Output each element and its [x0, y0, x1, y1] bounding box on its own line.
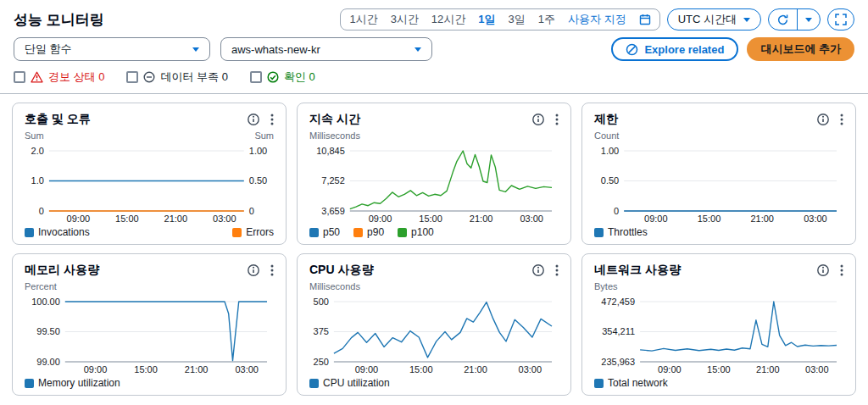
refresh-icon: [776, 14, 789, 26]
svg-text:472,459: 472,459: [601, 297, 635, 307]
insufficient-data-checkbox[interactable]: [126, 71, 138, 83]
legend-swatch: [398, 228, 407, 237]
chart-legend: Memory utilization: [25, 376, 274, 391]
svg-text:7,252: 7,252: [321, 175, 345, 186]
time-range-option[interactable]: 1일: [478, 12, 495, 27]
legend-label: Invocations: [38, 226, 90, 238]
chart-card-cpu: CPU 사용량 Milliseconds25037550009:0015:002…: [297, 253, 571, 396]
page-title: 성능 모니터링: [14, 10, 104, 30]
legend-label: p90: [367, 226, 384, 238]
svg-text:0: 0: [39, 206, 44, 216]
legend-item[interactable]: Invocations: [25, 226, 90, 238]
svg-text:21:00: 21:00: [185, 364, 209, 374]
info-icon[interactable]: [816, 113, 830, 126]
svg-text:Sum: Sum: [25, 130, 44, 141]
svg-text:Bytes: Bytes: [594, 281, 618, 291]
svg-text:100.00: 100.00: [31, 297, 60, 307]
minus-circle-icon: [143, 71, 155, 83]
legend-item[interactable]: Memory utilization: [25, 377, 120, 389]
time-range-option[interactable]: 1주: [538, 12, 555, 27]
explore-icon: [626, 43, 638, 56]
svg-text:0.50: 0.50: [601, 175, 619, 186]
insufficient-data-label: 데이터 부족 0: [160, 69, 227, 85]
legend-swatch: [25, 228, 34, 237]
kebab-menu-icon[interactable]: [555, 264, 559, 277]
function-select-value: aws-whats-new-kr: [231, 43, 320, 56]
chart-card-invocations-errors: 호출 및 오류 SumSum01.02.000.501.0009:0015:00…: [12, 103, 287, 245]
chart-title: 호출 및 오류: [25, 112, 91, 127]
explore-related-button[interactable]: Explore related: [611, 37, 738, 61]
legend-swatch: [25, 379, 34, 388]
svg-text:15:00: 15:00: [409, 364, 433, 374]
insufficient-data-filter: 데이터 부족 0: [126, 69, 227, 85]
info-icon[interactable]: [247, 113, 260, 126]
legend-item[interactable]: Throttles: [594, 226, 648, 238]
legend-item[interactable]: Total network: [594, 377, 668, 389]
scope-select[interactable]: 단일 함수: [14, 37, 210, 61]
time-range-option[interactable]: 1시간: [349, 12, 377, 27]
svg-text:235,963: 235,963: [601, 357, 635, 367]
legend-item[interactable]: p50: [309, 226, 340, 238]
svg-text:21:00: 21:00: [750, 214, 774, 224]
kebab-menu-icon[interactable]: [840, 264, 843, 277]
svg-text:375: 375: [314, 326, 329, 336]
kebab-menu-icon[interactable]: [840, 113, 843, 126]
line-chart: Milliseconds3,6597,25210,84509:0015:0021…: [309, 130, 559, 225]
fullscreen-button[interactable]: [827, 8, 854, 31]
legend-item[interactable]: Errors: [232, 226, 274, 238]
chart-card-memory: 메모리 사용량 Percent99.0099.50100.0009:0015:0…: [12, 253, 287, 396]
svg-text:15:00: 15:00: [707, 364, 731, 374]
ok-state-checkbox[interactable]: [250, 71, 262, 83]
line-chart: Percent99.0099.50100.0009:0015:0021:0003…: [25, 281, 274, 376]
svg-text:Milliseconds: Milliseconds: [309, 281, 360, 291]
svg-text:09:00: 09:00: [369, 214, 392, 224]
info-icon[interactable]: [531, 264, 545, 277]
legend-swatch: [353, 228, 363, 237]
svg-text:354,211: 354,211: [602, 326, 635, 336]
svg-text:0.50: 0.50: [249, 175, 267, 186]
ok-state-filter: 확인 0: [250, 69, 315, 85]
legend-item[interactable]: p100: [398, 226, 434, 238]
time-range-option[interactable]: 12시간: [431, 12, 465, 27]
svg-text:15:00: 15:00: [419, 214, 442, 224]
info-icon[interactable]: [247, 264, 260, 277]
caret-down-icon: [415, 47, 421, 52]
line-chart: Milliseconds25037550009:0015:0021:0003:0…: [309, 281, 559, 376]
time-range-option[interactable]: 3일: [509, 12, 526, 27]
caret-down-icon: [743, 18, 750, 22]
line-chart: Bytes235,963354,211472,45909:0015:0021:0…: [594, 281, 843, 376]
kebab-menu-icon[interactable]: [270, 113, 274, 126]
svg-text:03:00: 03:00: [213, 214, 236, 224]
legend-item[interactable]: CPU utilization: [309, 377, 390, 389]
legend-swatch: [309, 379, 319, 388]
chart-legend: p50p90p100: [309, 225, 559, 240]
time-controls: 1시간 3시간 12시간 1일 3일 1주 사용자 지정 UTC 시간대: [340, 8, 854, 31]
function-selectors: 단일 함수 aws-whats-new-kr: [14, 37, 432, 61]
kebab-menu-icon[interactable]: [555, 113, 559, 126]
svg-text:09:00: 09:00: [67, 214, 91, 224]
refresh-options-button[interactable]: [797, 9, 820, 30]
caret-down-icon: [192, 47, 199, 52]
time-range-option[interactable]: 3시간: [391, 12, 419, 27]
kebab-menu-icon[interactable]: [270, 264, 274, 277]
alarm-state-checkbox[interactable]: [14, 71, 25, 83]
legend-item[interactable]: p90: [353, 226, 384, 238]
custom-range-link[interactable]: 사용자 지정: [568, 12, 626, 27]
chart-title: 메모리 사용량: [25, 263, 99, 278]
svg-text:03:00: 03:00: [519, 364, 542, 374]
calendar-icon[interactable]: [639, 14, 651, 25]
legend-label: Throttles: [608, 226, 648, 238]
chart-legend: Throttles: [594, 225, 843, 240]
svg-text:21:00: 21:00: [164, 214, 188, 224]
refresh-button[interactable]: [769, 9, 797, 30]
timezone-select[interactable]: UTC 시간대: [667, 8, 761, 31]
info-icon[interactable]: [816, 264, 830, 277]
alarm-filter-row: 경보 상태 0 데이터 부족 0 확인 0: [0, 68, 868, 93]
function-select[interactable]: aws-whats-new-kr: [220, 37, 432, 61]
add-to-dashboard-button[interactable]: 대시보드에 추가: [747, 37, 854, 61]
chart-legend: Total network: [594, 376, 843, 391]
svg-text:03:00: 03:00: [520, 214, 543, 224]
legend-label: Errors: [246, 226, 274, 238]
chart-title: 제한: [594, 112, 618, 127]
info-icon[interactable]: [531, 113, 545, 126]
